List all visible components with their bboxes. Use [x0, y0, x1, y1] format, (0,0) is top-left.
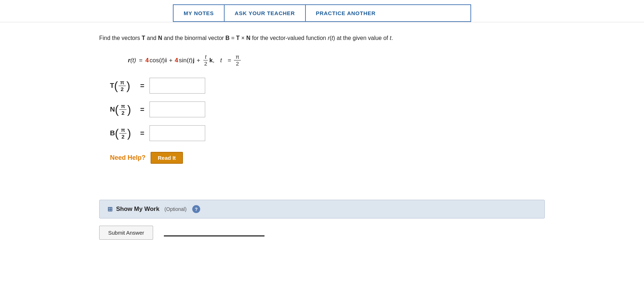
show-my-work-label: Show My Work	[116, 206, 160, 213]
top-bar: MY NOTES ASK YOUR TEACHER PRACTICE ANOTH…	[173, 4, 471, 22]
T-label: T ( π 2 )	[110, 79, 135, 92]
problem-statement: Find the vectors T and N and the binorma…	[99, 33, 545, 43]
show-my-work-section: ⊞ Show My Work (Optional) ?	[99, 200, 545, 218]
ask-teacher-button[interactable]: ASK YOUR TEACHER	[225, 5, 306, 21]
info-icon[interactable]: ?	[192, 205, 200, 213]
N-answer-row: N ( π 2 ) =	[110, 101, 545, 117]
right-paren-N: )	[127, 104, 131, 115]
right-paren-T: )	[126, 80, 130, 91]
show-my-work-expand-icon[interactable]: ⊞	[107, 206, 112, 213]
submit-answer-button[interactable]: Submit Answer	[99, 226, 153, 240]
main-content: Find the vectors T and N and the binorma…	[70, 22, 574, 247]
optional-label: (Optional)	[165, 206, 187, 212]
N-label: N ( π 2 )	[110, 103, 135, 116]
T-input[interactable]	[150, 78, 205, 94]
left-paren-B: (	[115, 127, 119, 139]
submit-underline	[164, 235, 264, 236]
equals-N: =	[140, 105, 144, 114]
need-help-section: Need Help? Read It	[110, 152, 545, 164]
B-label: B ( π 2 )	[110, 127, 135, 140]
left-paren-N: (	[115, 104, 119, 115]
B-answer-row: B ( π 2 ) =	[110, 125, 545, 141]
submit-area: Submit Answer	[99, 226, 545, 240]
practice-another-button[interactable]: PRACTICE ANOTHER	[306, 5, 386, 21]
read-it-button[interactable]: Read It	[151, 152, 183, 164]
equals-B: =	[140, 129, 144, 137]
need-help-label: Need Help?	[110, 154, 146, 162]
B-input[interactable]	[150, 125, 205, 141]
my-notes-button[interactable]: MY NOTES	[174, 5, 225, 21]
T-answer-row: T ( π 2 ) =	[110, 78, 545, 94]
equals-T: =	[140, 82, 144, 90]
right-paren-B: )	[127, 127, 131, 139]
formula-display: r(t) = 4 cos(t) i + 4 sin(t) j + t 2 k, …	[128, 54, 545, 67]
left-paren-T: (	[114, 80, 118, 91]
N-input[interactable]	[150, 101, 205, 117]
